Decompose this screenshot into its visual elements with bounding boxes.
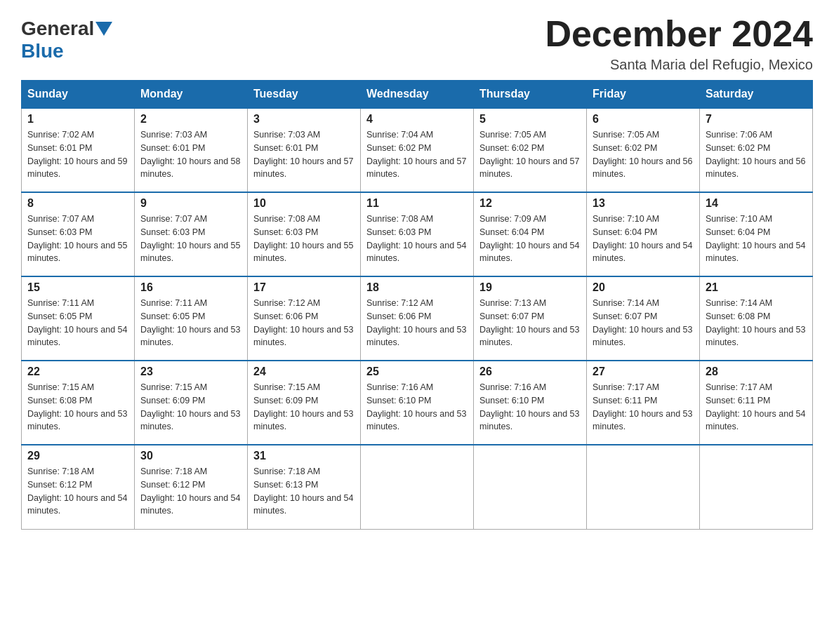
day-info: Sunrise: 7:15 AMSunset: 6:08 PMDaylight:…: [27, 381, 128, 434]
table-row: 20 Sunrise: 7:14 AMSunset: 6:07 PMDaylig…: [587, 276, 700, 361]
table-row: 12 Sunrise: 7:09 AMSunset: 6:04 PMDaylig…: [474, 192, 587, 276]
table-row: 24 Sunrise: 7:15 AMSunset: 6:09 PMDaylig…: [248, 361, 361, 445]
day-number: 10: [253, 197, 355, 210]
column-header-tuesday: Tuesday: [248, 81, 361, 109]
day-number: 30: [140, 450, 241, 462]
day-info: Sunrise: 7:11 AMSunset: 6:05 PMDaylight:…: [27, 297, 128, 349]
day-number: 20: [593, 281, 694, 294]
table-row: 16 Sunrise: 7:11 AMSunset: 6:05 PMDaylig…: [135, 276, 248, 361]
day-number: 2: [140, 113, 241, 126]
calendar-week-1: 1 Sunrise: 7:02 AMSunset: 6:01 PMDayligh…: [22, 108, 813, 192]
calendar-week-4: 22 Sunrise: 7:15 AMSunset: 6:08 PMDaylig…: [22, 361, 813, 445]
table-row: 13 Sunrise: 7:10 AMSunset: 6:04 PMDaylig…: [587, 192, 700, 276]
day-info: Sunrise: 7:12 AMSunset: 6:06 PMDaylight:…: [366, 297, 468, 349]
day-number: 7: [706, 113, 807, 126]
day-info: Sunrise: 7:10 AMSunset: 6:04 PMDaylight:…: [706, 213, 807, 265]
column-header-sunday: Sunday: [22, 81, 135, 109]
day-info: Sunrise: 7:16 AMSunset: 6:10 PMDaylight:…: [479, 381, 581, 434]
table-row: 7 Sunrise: 7:06 AMSunset: 6:02 PMDayligh…: [700, 108, 813, 192]
table-row: 30 Sunrise: 7:18 AMSunset: 6:12 PMDaylig…: [135, 445, 248, 529]
page-header: General Blue December 2024 Santa Maria d…: [21, 14, 813, 73]
table-row: 10 Sunrise: 7:08 AMSunset: 6:03 PMDaylig…: [248, 192, 361, 276]
table-row: 6 Sunrise: 7:05 AMSunset: 6:02 PMDayligh…: [587, 108, 700, 192]
logo: General Blue: [21, 18, 114, 62]
day-number: 23: [140, 365, 241, 378]
day-number: 18: [366, 281, 468, 294]
day-info: Sunrise: 7:16 AMSunset: 6:10 PMDaylight:…: [366, 381, 468, 434]
day-number: 5: [479, 113, 581, 126]
day-number: 8: [27, 197, 128, 210]
table-row: 23 Sunrise: 7:15 AMSunset: 6:09 PMDaylig…: [135, 361, 248, 445]
table-row: 5 Sunrise: 7:05 AMSunset: 6:02 PMDayligh…: [474, 108, 587, 192]
logo-blue-text: Blue: [21, 40, 64, 62]
day-info: Sunrise: 7:05 AMSunset: 6:02 PMDaylight:…: [593, 128, 694, 181]
table-row: 19 Sunrise: 7:13 AMSunset: 6:07 PMDaylig…: [474, 276, 587, 361]
table-row: [700, 445, 813, 529]
table-row: 28 Sunrise: 7:17 AMSunset: 6:11 PMDaylig…: [700, 361, 813, 445]
table-row: 31 Sunrise: 7:18 AMSunset: 6:13 PMDaylig…: [248, 445, 361, 529]
day-number: 29: [27, 450, 128, 462]
day-info: Sunrise: 7:09 AMSunset: 6:04 PMDaylight:…: [479, 213, 581, 265]
table-row: 17 Sunrise: 7:12 AMSunset: 6:06 PMDaylig…: [248, 276, 361, 361]
column-header-saturday: Saturday: [700, 81, 813, 109]
day-info: Sunrise: 7:02 AMSunset: 6:01 PMDaylight:…: [27, 128, 128, 181]
calendar-week-2: 8 Sunrise: 7:07 AMSunset: 6:03 PMDayligh…: [22, 192, 813, 276]
day-info: Sunrise: 7:17 AMSunset: 6:11 PMDaylight:…: [706, 381, 807, 434]
day-info: Sunrise: 7:18 AMSunset: 6:12 PMDaylight:…: [27, 465, 128, 518]
table-row: 4 Sunrise: 7:04 AMSunset: 6:02 PMDayligh…: [361, 108, 474, 192]
day-number: 11: [366, 197, 468, 210]
day-number: 3: [253, 113, 355, 126]
day-number: 1: [27, 113, 128, 126]
day-number: 6: [593, 113, 694, 126]
table-row: 25 Sunrise: 7:16 AMSunset: 6:10 PMDaylig…: [361, 361, 474, 445]
day-info: Sunrise: 7:08 AMSunset: 6:03 PMDaylight:…: [366, 213, 468, 265]
day-number: 19: [479, 281, 581, 294]
day-info: Sunrise: 7:07 AMSunset: 6:03 PMDaylight:…: [140, 213, 241, 265]
table-row: 3 Sunrise: 7:03 AMSunset: 6:01 PMDayligh…: [248, 108, 361, 192]
day-info: Sunrise: 7:18 AMSunset: 6:13 PMDaylight:…: [253, 465, 355, 518]
table-row: 8 Sunrise: 7:07 AMSunset: 6:03 PMDayligh…: [22, 192, 135, 276]
day-number: 24: [253, 365, 355, 378]
day-info: Sunrise: 7:07 AMSunset: 6:03 PMDaylight:…: [27, 213, 128, 265]
table-row: [361, 445, 474, 529]
month-title: December 2024: [545, 14, 813, 54]
day-number: 14: [706, 197, 807, 210]
column-header-thursday: Thursday: [474, 81, 587, 109]
day-info: Sunrise: 7:03 AMSunset: 6:01 PMDaylight:…: [140, 128, 241, 181]
day-info: Sunrise: 7:14 AMSunset: 6:08 PMDaylight:…: [706, 297, 807, 349]
day-info: Sunrise: 7:06 AMSunset: 6:02 PMDaylight:…: [706, 128, 807, 181]
calendar-week-5: 29 Sunrise: 7:18 AMSunset: 6:12 PMDaylig…: [22, 445, 813, 529]
table-row: 29 Sunrise: 7:18 AMSunset: 6:12 PMDaylig…: [22, 445, 135, 529]
day-info: Sunrise: 7:08 AMSunset: 6:03 PMDaylight:…: [253, 213, 355, 265]
day-info: Sunrise: 7:15 AMSunset: 6:09 PMDaylight:…: [253, 381, 355, 434]
column-header-friday: Friday: [587, 81, 700, 109]
day-number: 21: [706, 281, 807, 294]
table-row: 2 Sunrise: 7:03 AMSunset: 6:01 PMDayligh…: [135, 108, 248, 192]
day-info: Sunrise: 7:05 AMSunset: 6:02 PMDaylight:…: [479, 128, 581, 181]
day-number: 22: [27, 365, 128, 378]
logo-general-text: General: [21, 18, 94, 40]
table-row: 1 Sunrise: 7:02 AMSunset: 6:01 PMDayligh…: [22, 108, 135, 192]
day-info: Sunrise: 7:03 AMSunset: 6:01 PMDaylight:…: [253, 128, 355, 181]
day-info: Sunrise: 7:04 AMSunset: 6:02 PMDaylight:…: [366, 128, 468, 181]
day-number: 15: [27, 281, 128, 294]
day-number: 27: [593, 365, 694, 378]
title-area: December 2024 Santa Maria del Refugio, M…: [545, 14, 813, 73]
day-number: 4: [366, 113, 468, 126]
table-row: 9 Sunrise: 7:07 AMSunset: 6:03 PMDayligh…: [135, 192, 248, 276]
calendar-header-row: SundayMondayTuesdayWednesdayThursdayFrid…: [22, 81, 813, 109]
day-number: 28: [706, 365, 807, 378]
day-number: 31: [253, 450, 355, 462]
day-info: Sunrise: 7:13 AMSunset: 6:07 PMDaylight:…: [479, 297, 581, 349]
day-info: Sunrise: 7:12 AMSunset: 6:06 PMDaylight:…: [253, 297, 355, 349]
table-row: 14 Sunrise: 7:10 AMSunset: 6:04 PMDaylig…: [700, 192, 813, 276]
day-number: 13: [593, 197, 694, 210]
day-number: 9: [140, 197, 241, 210]
day-number: 12: [479, 197, 581, 210]
logo-triangle-icon: [95, 22, 112, 36]
day-number: 25: [366, 365, 468, 378]
day-info: Sunrise: 7:14 AMSunset: 6:07 PMDaylight:…: [593, 297, 694, 349]
table-row: 15 Sunrise: 7:11 AMSunset: 6:05 PMDaylig…: [22, 276, 135, 361]
column-header-monday: Monday: [135, 81, 248, 109]
day-number: 17: [253, 281, 355, 294]
